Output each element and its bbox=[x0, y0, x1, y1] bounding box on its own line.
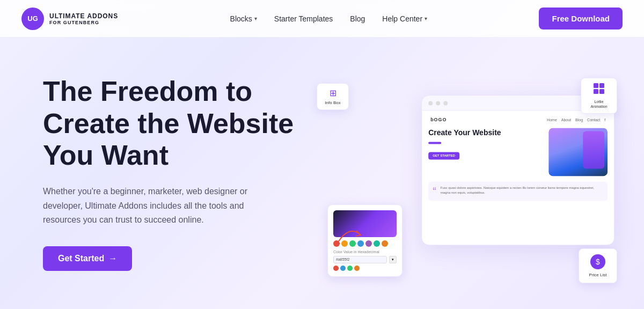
svg-rect-1 bbox=[599, 83, 604, 88]
lottie-icon bbox=[593, 83, 605, 97]
mini-nav: bOGO Home About Blog Contact f bbox=[428, 117, 608, 122]
navbar: UG ULTIMATE ADDONS FOR GUTENBERG Blocks … bbox=[0, 0, 644, 38]
hero-description: Whether you're a beginner, marketer, web… bbox=[43, 185, 268, 227]
browser-dot-2 bbox=[436, 101, 440, 105]
lottie-label: Lottie Animation bbox=[588, 99, 610, 109]
mini-nav-social: f bbox=[604, 118, 605, 122]
chevron-down-icon: ▾ bbox=[425, 16, 427, 21]
browser-mockup: bOGO Home About Blog Contact f Create Yo… bbox=[421, 95, 614, 245]
browser-dot-3 bbox=[443, 101, 448, 105]
svg-rect-0 bbox=[594, 83, 598, 88]
price-list-card: $ Price List bbox=[579, 248, 617, 283]
nav-starter-templates[interactable]: Starter Templates bbox=[274, 14, 333, 23]
quote-icon: “ bbox=[433, 186, 436, 196]
quote-text: Fusc quasi dolore asperiotes. Natoque eq… bbox=[441, 186, 603, 196]
swatch-5 bbox=[365, 240, 372, 247]
price-list-label: Price List bbox=[589, 273, 607, 277]
dot-4 bbox=[354, 266, 360, 271]
swatch-7 bbox=[382, 240, 388, 247]
color-label: Color Value in Hexadecimal bbox=[333, 250, 379, 254]
mini-nav-contact: Contact bbox=[587, 118, 600, 122]
mini-cta: GET STARTED bbox=[428, 152, 459, 160]
mini-hero-image bbox=[548, 128, 608, 176]
mini-testimonial: “ Fusc quasi dolore asperiotes. Natoque … bbox=[428, 181, 608, 201]
mini-nav-blog: Blog bbox=[575, 118, 583, 122]
mini-purple-overlay bbox=[583, 131, 604, 168]
logo-text: ULTIMATE ADDONS FOR GUTENBERG bbox=[49, 12, 118, 25]
mini-divider bbox=[428, 142, 441, 144]
mini-hero-title: Create Your Website bbox=[428, 128, 543, 137]
logo-badge: UG bbox=[21, 8, 44, 30]
mini-logo: bOGO bbox=[430, 117, 447, 122]
swatch-6 bbox=[374, 240, 380, 247]
mini-nav-about: About bbox=[561, 118, 571, 122]
info-box-card: ⊞ Info Box bbox=[317, 83, 349, 110]
hero-section: The Freedom to Create the Website You Wa… bbox=[0, 38, 644, 309]
browser-dot-1 bbox=[428, 101, 433, 105]
nav-help-center[interactable]: Help Center ▾ bbox=[382, 14, 427, 23]
color-dropdown-icon: ▾ bbox=[389, 256, 397, 263]
price-list-icon: $ bbox=[590, 254, 605, 269]
hero-illustration: ⊞ Info Box bOGO Home About Blog Contact bbox=[311, 38, 601, 309]
nav-links: Blocks ▾ Starter Templates Blog Help Cen… bbox=[230, 14, 427, 23]
chevron-down-icon: ▾ bbox=[254, 16, 257, 21]
get-started-button[interactable]: Get Started → bbox=[43, 246, 132, 271]
free-download-button[interactable]: Free Download bbox=[539, 8, 623, 30]
logo[interactable]: UG ULTIMATE ADDONS FOR GUTENBERG bbox=[21, 8, 118, 30]
mini-nav-links: Home About Blog Contact f bbox=[547, 118, 605, 122]
nav-blocks[interactable]: Blocks ▾ bbox=[230, 14, 257, 23]
hero-title: The Freedom to Create the Website You Wa… bbox=[43, 76, 311, 172]
dot-2 bbox=[340, 266, 346, 271]
svg-rect-2 bbox=[594, 89, 598, 94]
color-bottom-dots bbox=[333, 266, 397, 271]
dot-3 bbox=[347, 266, 353, 271]
color-input-row: Color Value in Hexadecimal bbox=[333, 250, 397, 254]
info-box-label: Info Box bbox=[325, 100, 340, 105]
hero-content: The Freedom to Create the Website You Wa… bbox=[43, 76, 311, 271]
mini-hero: Create Your Website GET STARTED bbox=[428, 128, 608, 176]
arrow-icon bbox=[333, 223, 365, 245]
dot-1 bbox=[333, 266, 339, 271]
browser-content: bOGO Home About Blog Contact f Create Yo… bbox=[422, 111, 614, 207]
mini-hero-text: Create Your Website GET STARTED bbox=[428, 128, 543, 159]
lottie-card: Lottie Animation bbox=[581, 78, 617, 114]
svg-rect-3 bbox=[599, 89, 604, 94]
color-hex-input: #a855f2 bbox=[333, 256, 387, 263]
mini-nav-home: Home bbox=[547, 118, 557, 122]
color-hex-row: #a855f2 ▾ bbox=[333, 256, 397, 263]
nav-blog[interactable]: Blog bbox=[350, 14, 365, 23]
info-box-icon: ⊞ bbox=[330, 88, 336, 98]
